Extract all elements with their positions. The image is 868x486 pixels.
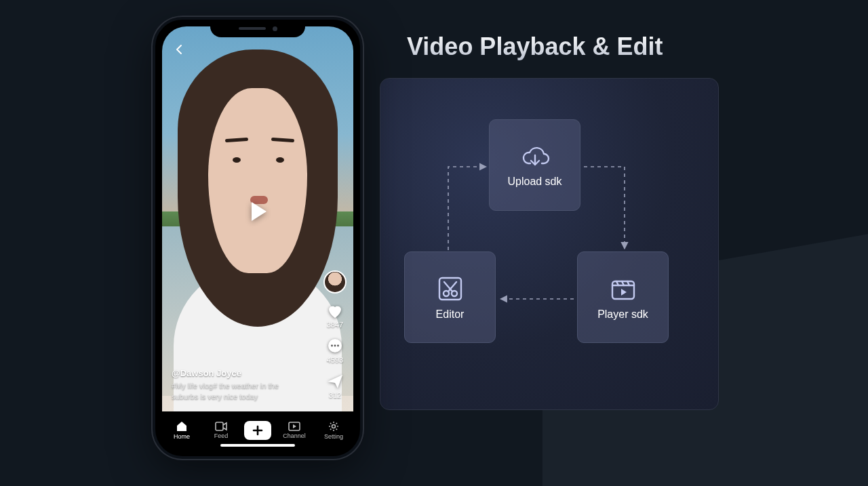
tab-channel-label: Channel	[283, 432, 306, 439]
svg-point-6	[334, 345, 336, 347]
scissors-icon	[436, 275, 465, 303]
editor-label: Editor	[436, 308, 465, 321]
tab-setting-label: Setting	[324, 433, 343, 440]
tab-add-button[interactable]	[244, 421, 271, 440]
gear-icon	[328, 421, 339, 432]
phone-notch	[210, 20, 305, 37]
tab-feed-label: Feed	[214, 432, 229, 439]
share-button[interactable]: 312	[326, 373, 344, 399]
author-username[interactable]: @Dawson Joyce	[172, 368, 306, 378]
svg-rect-8	[216, 422, 223, 430]
upload-sdk-node: Upload sdk	[489, 119, 580, 211]
play-button[interactable]	[243, 197, 273, 226]
heart-icon	[326, 303, 344, 319]
like-count: 3847	[327, 321, 343, 329]
tab-home-label: Home	[174, 433, 190, 440]
page-title: Video Playback & Edit	[407, 33, 663, 61]
sdk-diagram-panel: Upload sdk Editor Player sdk	[380, 78, 719, 410]
caption-text: #My life vlog# the weather in the suburb…	[172, 381, 306, 402]
share-count: 312	[329, 391, 341, 399]
chevron-left-icon	[174, 44, 185, 55]
tab-home[interactable]: Home	[165, 421, 198, 440]
like-button[interactable]: 3847	[326, 303, 344, 329]
cloud-download-icon	[520, 143, 550, 170]
editor-node: Editor	[404, 251, 496, 343]
feed-caption: @Dawson Joyce #My life vlog# the weather…	[172, 368, 306, 402]
player-sdk-label: Player sdk	[597, 308, 648, 321]
author-avatar[interactable]	[323, 270, 347, 293]
share-icon	[326, 373, 344, 390]
plus-icon	[252, 425, 263, 436]
svg-point-10	[332, 425, 336, 428]
player-sdk-node: Player sdk	[577, 251, 669, 343]
svg-point-5	[331, 345, 333, 347]
comment-button[interactable]: 4593	[327, 338, 343, 364]
comment-count: 4593	[327, 356, 343, 364]
video-icon	[215, 422, 227, 431]
tab-feed[interactable]: Feed	[205, 422, 237, 439]
tab-setting[interactable]: Setting	[317, 421, 350, 440]
channel-icon	[288, 422, 300, 431]
phone-screen: 3847 4593 312 @Dawson Joyce #My life vlo…	[162, 26, 353, 449]
feed-side-actions: 3847 4593 312	[323, 270, 347, 399]
home-indicator	[220, 444, 295, 447]
play-icon	[245, 199, 271, 224]
video-feed[interactable]: 3847 4593 312 @Dawson Joyce #My life vlo…	[162, 26, 353, 411]
clapperboard-play-icon	[609, 275, 637, 303]
svg-point-7	[337, 345, 339, 347]
upload-sdk-label: Upload sdk	[507, 176, 561, 188]
back-button[interactable]	[172, 41, 188, 58]
tab-channel[interactable]: Channel	[278, 422, 311, 439]
comment-icon	[327, 338, 343, 355]
home-icon	[176, 421, 188, 432]
phone-mockup: 3847 4593 312 @Dawson Joyce #My life vlo…	[153, 17, 363, 459]
